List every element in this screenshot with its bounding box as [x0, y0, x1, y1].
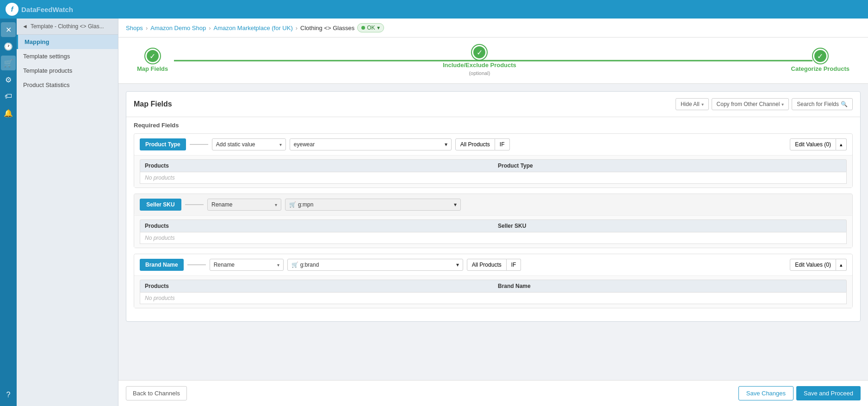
product-type-collapse-icon: ▴ [840, 142, 843, 147]
copy-channel-chevron-icon: ▾ [781, 102, 784, 107]
top-bar: f DataFeedWatch [0, 0, 868, 19]
logo-text: DataFeedWatch [21, 6, 73, 13]
field-rows: Product Type Add static value ▾ eyewear … [126, 133, 860, 321]
wizard-step-categorize[interactable]: ✓ Categorize Products [791, 49, 849, 72]
seller-sku-value-chevron: ▾ [454, 201, 457, 208]
wizard-steps: ✓ Map Fields ✓ Include/Exclude Products … [118, 37, 868, 84]
brand-name-table-header: Products Brand Name [140, 280, 847, 293]
question-icon: ? [6, 391, 11, 399]
sidebar-item-mapping-label: Mapping [25, 38, 49, 45]
product-type-mapping-label: Add static value [216, 141, 255, 148]
brand-name-mapping-label: Rename [214, 262, 235, 268]
required-fields-text: Required Fields [134, 122, 179, 129]
seller-sku-col-1: Products [140, 220, 493, 232]
wizard-circle-3: ✓ [813, 49, 828, 63]
gear-icon-button[interactable]: ⚙ [1, 72, 16, 87]
footer-right: Save Changes Save and Proceed [738, 386, 861, 400]
brand-name-value-chevron: ▾ [456, 262, 459, 268]
wizard-circle-2: ✓ [472, 45, 487, 60]
copy-channel-button[interactable]: Copy from Other Channel ▾ [712, 98, 789, 110]
footer-bar: Back to Channels Save Changes Save and P… [118, 380, 868, 406]
hide-all-button[interactable]: Hide All ▾ [676, 98, 709, 110]
save-changes-label: Save Changes [746, 390, 786, 397]
map-fields-actions: Hide All ▾ Copy from Other Channel ▾ Sea… [676, 98, 853, 110]
breadcrumb-sep-2: › [209, 25, 211, 31]
product-type-mapping-chevron: ▾ [279, 142, 282, 147]
wizard-step-include-exclude[interactable]: ✓ Include/Exclude Products (optional) [443, 45, 516, 76]
main-content: Shops › Amazon Demo Shop › Amazon Market… [118, 19, 868, 406]
map-fields-panel: Map Fields Hide All ▾ Copy from Other Ch… [126, 91, 861, 322]
brand-name-filter-group: All Products IF [467, 259, 521, 271]
tag-icon: 🏷 [5, 92, 12, 100]
breadcrumb-marketplace[interactable]: Amazon Marketplace (for UK) [214, 25, 293, 31]
product-type-if-button[interactable]: IF [495, 138, 510, 150]
product-type-filter-group: All Products IF [455, 138, 510, 150]
save-and-proceed-button[interactable]: Save and Proceed [796, 386, 861, 400]
connector-2 [185, 204, 204, 205]
wizard-circle-1: ✓ [145, 49, 160, 63]
back-to-channels-button[interactable]: Back to Channels [126, 386, 187, 400]
save-changes-button[interactable]: Save Changes [738, 386, 794, 400]
map-fields-header: Map Fields Hide All ▾ Copy from Other Ch… [126, 92, 860, 117]
brand-name-collapse-icon: ▴ [840, 262, 843, 268]
product-type-label-button[interactable]: Product Type [140, 138, 186, 150]
breadcrumb: Shops › Amazon Demo Shop › Amazon Market… [118, 19, 868, 37]
product-type-mapping-select[interactable]: Add static value ▾ [212, 138, 286, 150]
field-row-seller-sku: Seller SKU Rename ▾ 🛒 g:mpn [134, 194, 853, 248]
brand-name-cell-2 [493, 293, 846, 304]
sidebar-item-product-statistics[interactable]: Product Statistics [17, 78, 118, 92]
sidebar-item-mapping[interactable]: Mapping [17, 35, 118, 49]
brand-name-cell-1: No products [140, 293, 493, 304]
map-fields-title: Map Fields [134, 100, 172, 108]
question-icon-button[interactable]: ? [1, 387, 16, 402]
cart-icon-button[interactable]: 🛒 [1, 56, 16, 70]
seller-sku-products-area: Products Seller SKU No products [134, 215, 852, 248]
products-cell-1: No products [140, 172, 493, 183]
field-row-product-type-inner: Product Type Add static value ▾ eyewear … [134, 134, 852, 155]
brand-name-products-button[interactable]: All Products [467, 259, 507, 271]
status-label: OK [367, 25, 375, 31]
content-area: Map Fields Hide All ▾ Copy from Other Ch… [118, 84, 868, 380]
brand-name-if-button[interactable]: IF [507, 259, 521, 271]
breadcrumb-sep-3: › [296, 25, 298, 31]
brand-name-mapping-chevron: ▾ [277, 262, 279, 268]
seller-sku-table-row: No products [140, 232, 847, 244]
status-badge: OK ▾ [357, 23, 384, 32]
close-button[interactable]: ✕ [1, 22, 16, 37]
search-fields-button[interactable]: Search for Fields 🔍 [792, 98, 853, 110]
brand-name-value-input[interactable]: 🛒 g:brand ▾ [287, 259, 463, 271]
products-cell-2 [493, 172, 846, 183]
brand-name-edit-values-button[interactable]: Edit Values (0) [790, 259, 836, 271]
wizard-step-1-label: Map Fields [137, 65, 168, 72]
seller-sku-label-button[interactable]: Seller SKU [140, 199, 181, 211]
sidebar-item-template-products[interactable]: Template products [17, 63, 118, 78]
product-type-products-button[interactable]: All Products [455, 138, 495, 150]
brand-name-label-button[interactable]: Brand Name [140, 259, 184, 271]
wizard-step-2-sub: (optional) [469, 70, 490, 76]
tag-icon-button[interactable]: 🏷 [1, 89, 16, 104]
sidebar-item-template-settings[interactable]: Template settings [17, 49, 118, 63]
product-type-value-input[interactable]: eyewear ▾ [290, 138, 452, 150]
product-type-edit-group: Edit Values (0) ▴ [790, 138, 847, 150]
product-type-collapse-button[interactable]: ▴ [836, 138, 847, 150]
brand-name-mapping-select[interactable]: Rename ▾ [210, 259, 284, 271]
seller-sku-value-input[interactable]: 🛒 g:mpn ▾ [285, 199, 461, 211]
nav-sidebar: ◄ Template - Clothing <> Glas... Mapping… [17, 19, 118, 406]
product-type-edit-values-button[interactable]: Edit Values (0) [790, 138, 836, 150]
field-row-brand-name: Brand Name Rename ▾ 🛒 g:brand [134, 254, 853, 308]
brand-name-edit-values-label: Edit Values (0) [795, 262, 831, 268]
clock-icon-button[interactable]: 🕐 [1, 39, 16, 54]
clock-icon: 🕐 [4, 42, 13, 51]
icon-sidebar: ✕ 🕐 🛒 ⚙ 🏷 🔔 ? [0, 19, 17, 406]
wizard-step-3-label: Categorize Products [791, 65, 849, 72]
nav-back-btn[interactable]: ◄ Template - Clothing <> Glas... [17, 19, 118, 35]
status-chevron-icon[interactable]: ▾ [377, 25, 380, 31]
seller-sku-mapping-select[interactable]: Rename ▾ [207, 199, 281, 211]
brand-name-products-label: All Products [472, 262, 502, 268]
brand-name-collapse-button[interactable]: ▴ [836, 259, 847, 271]
breadcrumb-shop[interactable]: Amazon Demo Shop [150, 25, 206, 31]
wizard-step-map-fields[interactable]: ✓ Map Fields [137, 49, 168, 72]
bell-icon-button[interactable]: 🔔 [1, 106, 16, 120]
connector-1 [190, 144, 208, 145]
breadcrumb-shops[interactable]: Shops [126, 25, 143, 31]
